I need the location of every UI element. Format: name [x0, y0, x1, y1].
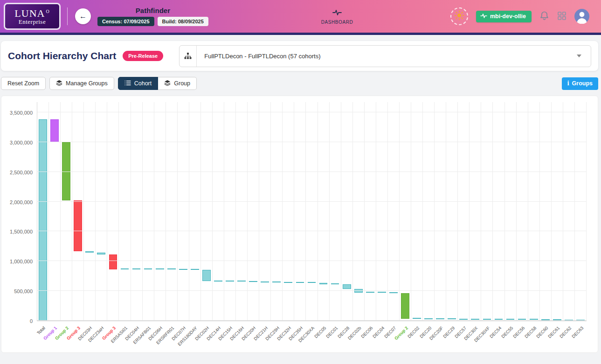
- chart-column: [166, 102, 178, 321]
- bar-dec23ah[interactable]: [97, 253, 105, 254]
- hierarchy-select-value: FullPTLDecon - FullPTLDecon (57 cohorts): [197, 53, 320, 60]
- bar-dec55[interactable]: [506, 319, 515, 320]
- chart-column: [107, 102, 119, 321]
- layers-icon: [56, 80, 62, 88]
- bar-dec04[interactable]: [378, 292, 386, 293]
- chart-column: [563, 102, 575, 321]
- bar-dec30xf[interactable]: [483, 319, 491, 320]
- bar-dec20[interactable]: [424, 318, 433, 319]
- bar-group-3[interactable]: [109, 254, 117, 269]
- bar-dec30x[interactable]: [471, 319, 479, 320]
- bar-dec28[interactable]: [343, 284, 351, 289]
- bar-dec35h[interactable]: [296, 282, 304, 283]
- build-badge: Build: 08/09/2025: [158, 17, 208, 26]
- y-tick-label: 3,500,000: [4, 110, 33, 116]
- groups-info-label: Groups: [572, 80, 593, 87]
- y-tick-label: 2,000,000: [4, 199, 33, 205]
- bar-group-1[interactable]: [50, 119, 59, 142]
- bar-dec07[interactable]: [389, 292, 398, 293]
- bar-dec04h[interactable]: [132, 268, 141, 269]
- chart-column: [446, 102, 458, 321]
- y-tick-label: 1,500,000: [4, 229, 33, 234]
- chart-column: [552, 102, 563, 321]
- bar-dec29h[interactable]: [272, 282, 281, 282]
- bar-ersafb01[interactable]: [144, 268, 152, 269]
- manage-groups-button[interactable]: Manage Groups: [49, 77, 114, 90]
- chart-column: [283, 102, 294, 321]
- bar-dec29[interactable]: [448, 318, 456, 319]
- nav-dashboard[interactable]: DASHBOARD: [315, 9, 359, 25]
- bar-group-3[interactable]: [74, 200, 82, 251]
- cohort-view-button[interactable]: Cohort: [118, 77, 159, 90]
- app-title-block: Pathfinder Census: 07/09/2025 Build: 08/…: [97, 7, 208, 26]
- gridline: [37, 142, 587, 142]
- sun-icon: [454, 10, 464, 22]
- chart-column: [353, 102, 365, 321]
- user-environment-badge[interactable]: mbi-dev-ollie: [476, 11, 532, 22]
- bar-dec02h[interactable]: [202, 270, 211, 281]
- gridline: [37, 261, 587, 261]
- chart-column: [458, 102, 470, 321]
- hierarchy-select[interactable]: FullPTLDecon - FullPTLDecon (57 cohorts): [179, 45, 591, 67]
- plot-area: 0500,0001,000,0001,500,0002,000,0002,500…: [37, 102, 587, 321]
- bar-dec54[interactable]: [495, 319, 503, 320]
- chart-column: [481, 102, 493, 321]
- bar-dec56[interactable]: [518, 319, 526, 320]
- y-tick-label: 1,000,000: [4, 259, 33, 264]
- gridline: [37, 320, 587, 321]
- header-divider: [67, 7, 68, 25]
- bar-ersrfr01[interactable]: [167, 268, 176, 269]
- bar-dec21h[interactable]: [261, 282, 269, 282]
- bar-dec20h[interactable]: [249, 281, 257, 282]
- bar-ersasi01[interactable]: [121, 268, 129, 269]
- y-tick-label: 500,000: [4, 288, 33, 294]
- bar-dec57[interactable]: [459, 319, 468, 320]
- bar-group-2[interactable]: [401, 293, 409, 319]
- avatar[interactable]: [574, 9, 589, 24]
- reset-zoom-button[interactable]: Reset Zoom: [1, 77, 46, 90]
- bar-dec30xa[interactable]: [308, 282, 316, 283]
- gridline: [37, 172, 587, 172]
- chart-column: [400, 102, 411, 321]
- reset-zoom-label: Reset Zoom: [7, 80, 39, 87]
- chart-column: [236, 102, 248, 321]
- chart-column: [540, 102, 552, 321]
- bar-dec05[interactable]: [319, 283, 328, 284]
- bar-dec03h[interactable]: [85, 251, 94, 253]
- chart-toolbar: Reset Zoom Manage Groups Cohort Group i …: [1, 77, 598, 90]
- gridline: [37, 112, 587, 112]
- bar-dec20f[interactable]: [436, 318, 444, 319]
- apps-grid-button[interactable]: [557, 11, 566, 22]
- pulse-icon-small: [480, 13, 487, 20]
- bar-dec01[interactable]: [331, 283, 339, 284]
- pre-release-badge: Pre-Release: [123, 51, 163, 61]
- bar-dec02b[interactable]: [354, 289, 363, 293]
- bar-dec06[interactable]: [366, 292, 374, 293]
- bar-ers180day[interactable]: [191, 269, 199, 270]
- notifications-button[interactable]: [539, 11, 549, 22]
- group-view-button[interactable]: Group: [158, 77, 197, 90]
- header-accent-strip: [0, 33, 601, 35]
- group-view-label: Group: [174, 80, 190, 87]
- luna-logo: LUNAO Enterprise: [4, 3, 61, 30]
- gridline: [37, 201, 587, 202]
- chart-column: [189, 102, 201, 321]
- bar-dec07h[interactable]: [179, 269, 187, 270]
- bar-dec14h[interactable]: [214, 281, 222, 282]
- bar-dec02[interactable]: [413, 318, 421, 319]
- bar-dec06h[interactable]: [156, 268, 164, 269]
- back-button[interactable]: ←: [75, 8, 91, 24]
- chart-column: [376, 102, 388, 321]
- chart-columns: [37, 102, 587, 321]
- chart-column: [259, 102, 271, 321]
- bar-dec16h[interactable]: [237, 281, 246, 282]
- chart-column: [365, 102, 376, 321]
- chart-column: [154, 102, 166, 321]
- bar-dec32h[interactable]: [284, 282, 292, 283]
- grid-icon: [557, 11, 566, 22]
- theme-toggle[interactable]: [450, 7, 468, 25]
- bar-dec15h[interactable]: [226, 281, 234, 282]
- groups-info-button[interactable]: i Groups: [562, 77, 598, 90]
- manage-groups-label: Manage Groups: [66, 80, 108, 87]
- chevron-down-icon: [577, 55, 581, 57]
